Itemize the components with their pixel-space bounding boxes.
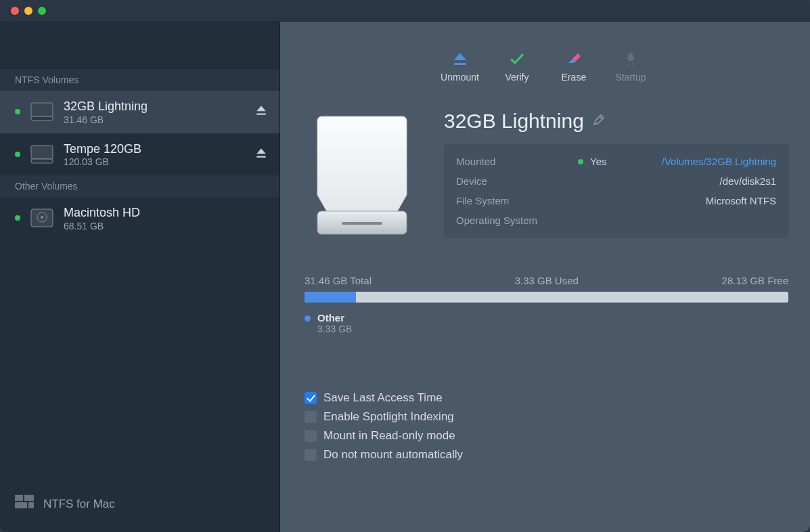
info-row-mounted: Mounted Yes /Volumes/32GB Lightning bbox=[456, 152, 776, 171]
eject-icon bbox=[451, 50, 469, 68]
status-dot-icon bbox=[15, 215, 20, 221]
sidebar-item-tempe-120gb[interactable]: Tempe 120GB 120.03 GB bbox=[0, 133, 279, 176]
verify-button[interactable]: Verify bbox=[498, 50, 536, 83]
legend-dot-icon bbox=[305, 315, 311, 322]
svg-rect-1 bbox=[31, 116, 53, 120]
sidebar-item-32gb-lightning[interactable]: 32GB Lightning 31.46 GB bbox=[0, 91, 279, 133]
window-minimize-button[interactable] bbox=[24, 7, 32, 15]
option-label: Mount in Read-only mode bbox=[323, 429, 455, 443]
storage-bar-fill bbox=[305, 292, 356, 303]
rename-button[interactable] bbox=[592, 113, 606, 129]
status-dot-icon bbox=[15, 109, 20, 114]
svg-rect-9 bbox=[15, 502, 27, 508]
eraser-icon bbox=[565, 50, 583, 68]
main-panel: Unmount Verify Erase bbox=[280, 22, 810, 532]
startup-button: Startup bbox=[612, 50, 650, 83]
unmount-button[interactable]: Unmount bbox=[441, 50, 479, 83]
option-no-automount[interactable]: Do not mount automatically bbox=[305, 445, 788, 464]
checkbox-icon bbox=[305, 392, 317, 404]
app-name: NTFS for Mac bbox=[43, 497, 115, 511]
sidebar-item-sublabel: 68.51 GB bbox=[64, 221, 267, 231]
svg-rect-3 bbox=[31, 159, 53, 163]
checkbox-icon bbox=[305, 430, 317, 442]
info-row-os: Operating System bbox=[456, 210, 776, 230]
option-spotlight-indexing[interactable]: Enable Spotlight Indexing bbox=[305, 407, 788, 426]
status-dot-icon bbox=[15, 152, 20, 157]
storage-bar bbox=[305, 292, 788, 303]
status-dot-icon bbox=[578, 159, 583, 164]
storage-legend: Other 3.33 GB bbox=[305, 312, 788, 334]
window-close-button[interactable] bbox=[11, 7, 19, 15]
sidebar-footer: NTFS for Mac bbox=[0, 481, 279, 532]
external-drive-icon bbox=[30, 144, 54, 164]
app-logo-icon bbox=[15, 495, 34, 513]
storage-used: 3.33 GB Used bbox=[515, 275, 579, 286]
toolbar-label: Startup bbox=[615, 72, 646, 83]
option-readonly[interactable]: Mount in Read-only mode bbox=[305, 426, 788, 445]
volume-info-panel: Mounted Yes /Volumes/32GB Lightning Devi… bbox=[444, 143, 788, 238]
option-label: Save Last Access Time bbox=[323, 391, 443, 405]
legend-size: 3.33 GB bbox=[317, 324, 352, 334]
mounted-value: Yes bbox=[590, 156, 606, 167]
storage-summary: 31.46 GB Total 3.33 GB Used 28.13 GB Fre… bbox=[305, 275, 788, 286]
window-titlebar bbox=[0, 0, 810, 22]
option-save-last-access[interactable]: Save Last Access Time bbox=[305, 389, 788, 407]
checkbox-icon bbox=[305, 411, 317, 423]
check-icon bbox=[508, 50, 526, 68]
window-zoom-button[interactable] bbox=[38, 7, 46, 15]
sidebar-item-label: Tempe 120GB bbox=[64, 141, 246, 157]
legend-name: Other bbox=[317, 312, 352, 324]
checkbox-icon bbox=[305, 449, 317, 461]
sidebar-item-label: 32GB Lightning bbox=[64, 99, 246, 114]
svg-rect-0 bbox=[31, 103, 53, 116]
toolbar-label: Verify bbox=[505, 72, 528, 83]
svg-rect-12 bbox=[342, 222, 382, 225]
storage-free: 28.13 GB Free bbox=[722, 275, 788, 286]
sidebar: NTFS Volumes 32GB Lightning 31.46 GB bbox=[0, 22, 280, 532]
option-label: Do not mount automatically bbox=[323, 448, 463, 462]
svg-point-6 bbox=[41, 216, 43, 219]
volume-hero-icon bbox=[305, 110, 420, 241]
eject-icon[interactable] bbox=[255, 147, 267, 162]
svg-rect-2 bbox=[31, 146, 53, 159]
device-value: /dev/disk2s1 bbox=[720, 175, 776, 187]
info-row-filesystem: File System Microsoft NTFS bbox=[456, 191, 776, 210]
sidebar-item-sublabel: 31.46 GB bbox=[64, 114, 246, 125]
volume-title: 32GB Lightning bbox=[444, 110, 584, 133]
sidebar-item-label: Macintosh HD bbox=[64, 205, 267, 221]
mount-options: Save Last Access Time Enable Spotlight I… bbox=[305, 389, 788, 464]
sidebar-section-ntfs: NTFS Volumes bbox=[0, 69, 279, 91]
fs-value: Microsoft NTFS bbox=[706, 195, 776, 206]
sidebar-item-macintosh-hd[interactable]: Macintosh HD 68.51 GB bbox=[0, 197, 279, 240]
svg-rect-7 bbox=[15, 495, 23, 501]
svg-rect-8 bbox=[24, 495, 34, 501]
storage-total: 31.46 GB Total bbox=[305, 275, 372, 286]
sidebar-item-sublabel: 120.03 GB bbox=[64, 156, 246, 167]
toolbar-label: Unmount bbox=[441, 72, 479, 83]
info-row-device: Device /dev/disk2s1 bbox=[456, 171, 776, 191]
svg-rect-10 bbox=[28, 502, 34, 508]
mount-path-link[interactable]: /Volumes/32GB Lightning bbox=[662, 156, 776, 167]
rocket-icon bbox=[622, 50, 639, 68]
option-label: Enable Spotlight Indexing bbox=[323, 410, 454, 424]
eject-icon[interactable] bbox=[255, 104, 267, 119]
external-drive-icon bbox=[30, 102, 54, 122]
toolbar: Unmount Verify Erase bbox=[280, 22, 810, 89]
toolbar-label: Erase bbox=[562, 72, 587, 83]
sidebar-section-other: Other Volumes bbox=[0, 175, 279, 197]
internal-drive-icon bbox=[30, 208, 54, 228]
erase-button[interactable]: Erase bbox=[555, 50, 593, 83]
